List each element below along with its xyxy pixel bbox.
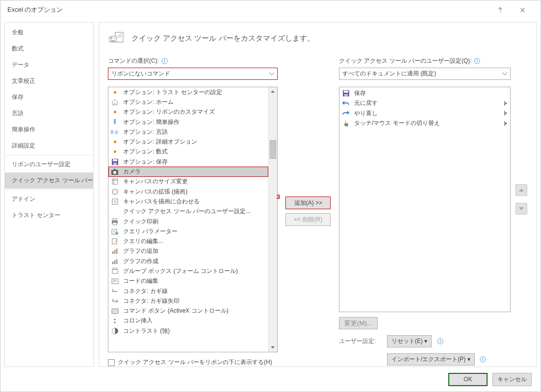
list-item[interactable]: コネクタ: カギ線矢印 [108, 296, 268, 306]
sidebar-item-advanced[interactable]: 詳細設定 [5, 138, 93, 154]
list-item[interactable]: オプション: 詳細オプション [108, 137, 268, 147]
save-icon [341, 89, 350, 98]
qat-item[interactable]: 保存 [339, 88, 510, 98]
list-item[interactable]: オプション: 数式 [108, 147, 268, 157]
chevron-down-icon [269, 73, 274, 75]
svg-rect-4 [117, 36, 122, 37]
list-item[interactable]: キャンバスの拡張 (描画) [108, 187, 268, 196]
list-item[interactable]: オプション: トラスト センターの設定 [108, 87, 268, 97]
submenu-arrow-icon [501, 111, 510, 116]
list-item[interactable]: キャンバスを描画に合わせる [108, 196, 268, 206]
move-up-button[interactable] [515, 184, 527, 196]
sidebar-item-qat[interactable]: クイック アクセス ツール バー [5, 172, 93, 189]
customize-scope-combo[interactable]: すべてのドキュメントに適用 (既定) [339, 68, 511, 80]
choose-commands-combo[interactable]: リボンにないコマンド [108, 68, 278, 80]
sidebar-item-data[interactable]: データ [5, 57, 93, 73]
info-icon[interactable] [437, 338, 443, 345]
list-item[interactable]: コロン挿入 [108, 316, 268, 326]
import-export-dropdown[interactable]: インポート/エクスポート(P) ▾ [387, 353, 475, 366]
sidebar-item-ribbon[interactable]: リボンのユーザー設定 [5, 156, 93, 172]
svg-rect-62 [483, 359, 483, 361]
sidebar-item-general[interactable]: 全般 [5, 24, 93, 41]
list-item-label: コネクタ: カギ線矢印 [123, 297, 180, 305]
svg-point-28 [116, 221, 117, 222]
chevron-down-icon [502, 73, 507, 75]
info-icon[interactable] [474, 57, 481, 64]
svg-point-31 [115, 232, 118, 235]
qat-item[interactable]: やり直し [339, 108, 510, 119]
list-item[interactable]: コマンド ボタン (ActiveX コントロール) [108, 306, 268, 316]
list-item[interactable]: XYZグループ ボックス (フォーム コントロール) [108, 266, 268, 276]
list-item[interactable]: オプション: リボンのカスタマイズ [108, 107, 268, 117]
sidebar-item-save[interactable]: 保存 [5, 89, 93, 105]
svg-point-63 [483, 358, 484, 359]
info-icon[interactable] [161, 57, 168, 64]
scroll-up-button[interactable] [269, 87, 277, 96]
list-item[interactable]: クエリの編集... [108, 236, 268, 246]
command-button-icon [110, 307, 119, 316]
available-commands-list[interactable]: オプション: トラスト センターの設定オプション: ホームオプション: リボンの… [108, 87, 278, 352]
submenu-arrow-icon [501, 121, 510, 126]
list-item[interactable]: グラフの追加 [108, 246, 268, 256]
scrollbar[interactable] [268, 87, 277, 352]
list-item[interactable]: オプション: 簡単操作 [108, 117, 268, 127]
list-item-label: グラフの追加 [123, 247, 158, 255]
resize-icon [110, 177, 119, 186]
cancel-button[interactable]: キャンセル [492, 373, 532, 386]
info-icon[interactable] [480, 356, 487, 363]
list-item[interactable]: A字オプション: 言語 [108, 127, 268, 137]
scroll-thumb[interactable] [270, 140, 276, 159]
svg-point-51 [477, 59, 478, 60]
blank-icon [110, 207, 119, 216]
qat-item-label: やり直し [354, 109, 497, 118]
qat-item[interactable]: タッチ/マウス モードの切り替え [339, 119, 510, 129]
connector-elbow-icon [110, 287, 119, 295]
chart-add-icon [110, 247, 119, 256]
bullet-icon [110, 147, 119, 156]
sidebar-item-trust[interactable]: トラスト センター [5, 207, 93, 223]
list-item[interactable]: クイック印刷 [108, 217, 268, 226]
language-icon: A字 [110, 127, 119, 136]
close-icon[interactable] [511, 0, 534, 19]
accessibility-icon [110, 118, 119, 126]
annotation-3: 3 [277, 193, 280, 200]
reset-dropdown[interactable]: リセット(E) ▾ [387, 335, 432, 347]
list-item[interactable]: コントラスト (強) [108, 326, 268, 336]
modify-button[interactable]: 変更(M)... [339, 317, 378, 329]
svg-rect-43 [113, 281, 117, 281]
list-item-label: キャンバスのサイズ変更 [123, 177, 188, 186]
svg-rect-21 [113, 169, 116, 171]
list-item[interactable]: コードの編集 [108, 276, 268, 286]
colon-icon [110, 317, 119, 325]
list-item[interactable]: コネクタ: カギ線 [108, 286, 268, 296]
list-item-label: キャンバスの拡張 (描画) [123, 188, 187, 196]
list-item[interactable]: カメラ [108, 167, 268, 176]
svg-point-47 [114, 321, 116, 323]
customize-qat-label: クイック アクセス ツール バーのユーザー設定(Q): [339, 57, 472, 65]
sidebar-item-proofing[interactable]: 文章校正 [5, 73, 93, 89]
scroll-down-button[interactable] [269, 343, 277, 352]
sidebar-item-ease[interactable]: 簡単操作 [5, 122, 93, 138]
show-below-ribbon-checkbox[interactable] [108, 359, 115, 366]
current-qat-list[interactable]: 保存元に戻すやり直しタッチ/マウス モードの切り替え [339, 87, 511, 312]
list-item[interactable]: キャンバスのサイズ変更 [108, 177, 268, 187]
list-item[interactable]: グラフの作成 [108, 256, 268, 266]
remove-button[interactable]: << 削除(R) [285, 213, 331, 226]
sidebar-item-language[interactable]: 言語 [5, 105, 93, 122]
list-item[interactable]: ?クエリ パラメーター [108, 226, 268, 236]
camera-icon [110, 168, 119, 176]
add-button[interactable]: 追加(A) >> [285, 196, 331, 209]
list-item-label: コントラスト (強) [123, 327, 170, 335]
list-item[interactable]: クイック アクセス ツール バーのユーザー設定... [108, 207, 268, 217]
qat-item[interactable]: 元に戻す [339, 98, 510, 109]
sidebar-item-addins[interactable]: アドイン [5, 191, 93, 207]
svg-rect-45 [112, 309, 118, 314]
list-item[interactable]: オプション: 保存 [108, 157, 268, 167]
list-item[interactable]: オプション: ホーム [108, 97, 268, 107]
list-item-label: コマンド ボタン (ActiveX コントロール) [123, 307, 229, 315]
help-icon[interactable] [489, 0, 511, 19]
move-down-button[interactable] [515, 203, 527, 215]
sidebar-item-formulas[interactable]: 数式 [5, 41, 93, 57]
ok-button[interactable]: OK [448, 373, 488, 386]
svg-rect-37 [114, 260, 116, 264]
